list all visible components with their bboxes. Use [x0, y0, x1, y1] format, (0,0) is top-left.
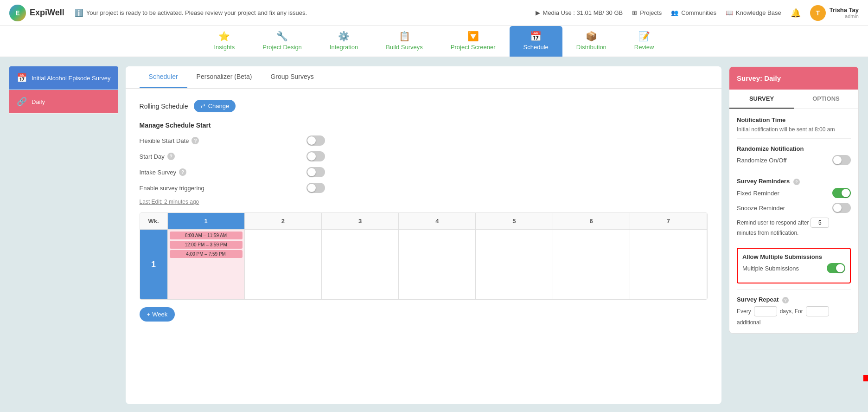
enable-triggering-toggle[interactable]	[306, 183, 325, 193]
sidebar-item-survey[interactable]: 📅 Initial Alcohol Episode Survey	[9, 66, 118, 90]
intake-survey-toggle[interactable]	[306, 167, 325, 177]
tab-insights[interactable]: ⭐ Insights	[200, 26, 249, 57]
user-role: admin	[845, 13, 859, 19]
last-edit-text: Last Edit: 2 minutes ago	[140, 199, 199, 205]
cal-cell-week3[interactable]	[322, 230, 399, 299]
avatar[interactable]: T	[810, 5, 826, 21]
right-panel-body: Notification Time Initial notification w…	[729, 109, 858, 333]
remind-minutes-input[interactable]	[811, 218, 829, 228]
sub-tab-personalizer[interactable]: Personalizer (Beta)	[187, 66, 262, 88]
tab-distribution[interactable]: 📦 Distribution	[562, 26, 620, 57]
survey-repeat-help-icon[interactable]: ?	[782, 296, 789, 303]
rolling-row: Rolling Schedule ⇄ Change	[140, 100, 708, 112]
projects-label: Projects	[640, 9, 662, 16]
remind-text-1: Remind user to respond after	[737, 219, 809, 226]
knowledge-base-link[interactable]: 📖 Knowledge Base	[726, 9, 781, 16]
toggle-start-day: Start Day ?	[140, 151, 325, 161]
main-panel: Scheduler Personalizer (Beta) Group Surv…	[126, 66, 721, 404]
cal-cell-week5[interactable]	[476, 230, 553, 299]
distribution-icon: 📦	[586, 31, 597, 42]
toggle-intake-survey: Intake Survey ?	[140, 167, 325, 177]
bell-icon[interactable]: 🔔	[791, 8, 801, 18]
snooze-reminder-toggle[interactable]	[832, 203, 851, 213]
enable-triggering-text: Enable survey triggering	[140, 185, 204, 192]
grid-icon: ⊞	[632, 9, 637, 16]
every-days-input[interactable]	[754, 306, 777, 316]
projects-link[interactable]: ⊞ Projects	[632, 9, 662, 16]
start-day-toggle[interactable]	[306, 151, 325, 161]
multiple-submissions-toggle[interactable]	[827, 263, 845, 273]
rp-tab-survey[interactable]: SURVEY	[729, 90, 794, 109]
change-btn-label: Change	[208, 103, 230, 109]
add-week-button[interactable]: + Week	[140, 307, 175, 322]
cal-cell-week1[interactable]: 8:00 AM – 11:59 AM 12:00 PM – 3:59 PM 4:…	[168, 230, 245, 299]
insights-icon: ⭐	[218, 31, 230, 42]
media-use-link[interactable]: ▶ Media Use : 31.01 MB/ 30 GB	[536, 9, 623, 16]
content-area: 📅 Initial Alcohol Episode Survey 🔗 Daily…	[0, 57, 868, 412]
divider-3	[737, 242, 851, 242]
time-block-3: 4:00 PM – 7:59 PM	[170, 250, 243, 258]
tab-integration[interactable]: ⚙️ Integration	[316, 26, 372, 57]
days-for-label: days, For	[780, 308, 803, 315]
cal-cell-week4[interactable]	[399, 230, 476, 299]
snooze-reminder-row: Snooze Reminder	[737, 203, 851, 213]
multiple-submissions-label: Multiple Submissions	[742, 265, 799, 272]
flexible-start-help-icon[interactable]: ?	[191, 137, 199, 144]
media-use-label: Media Use : 31.01 MB/ 30 GB	[543, 9, 623, 16]
randomize-title: Randomize Notification	[737, 145, 851, 152]
right-panel-header: Survey: Daily	[729, 67, 858, 90]
sub-tab-group-surveys[interactable]: Group Surveys	[261, 66, 323, 88]
rp-tab-options[interactable]: OPTIONS	[794, 90, 858, 109]
cal-cell-week6[interactable]	[553, 230, 630, 299]
cal-cell-week7[interactable]	[630, 230, 707, 299]
enable-triggering-label: Enable survey triggering	[140, 185, 204, 192]
flexible-start-toggle[interactable]	[306, 135, 325, 146]
notice-bar: ℹ️ Your project is ready to be activated…	[75, 9, 530, 17]
network-icon: 🔗	[17, 97, 27, 107]
right-panel-wrapper: Survey: Daily SURVEY OPTIONS Notificatio…	[729, 66, 859, 404]
tab-integration-label: Integration	[330, 44, 358, 51]
remind-row: Remind user to respond after minutes fro…	[737, 218, 851, 236]
communities-link[interactable]: 👥 Communities	[671, 9, 716, 16]
tab-schedule-label: Schedule	[523, 44, 549, 51]
communities-label: Communities	[681, 9, 716, 16]
rolling-label: Rolling Schedule	[140, 103, 188, 110]
arrow-body	[863, 375, 868, 381]
tab-project-screener[interactable]: 🔽 Project Screener	[437, 26, 510, 57]
randomize-toggle[interactable]	[832, 155, 851, 165]
people-icon: 👥	[671, 9, 678, 16]
change-button[interactable]: ⇄ Change	[194, 100, 236, 112]
fixed-reminder-toggle[interactable]	[832, 188, 851, 198]
calendar-icon: 📅	[17, 73, 27, 83]
integration-icon: ⚙️	[338, 31, 350, 42]
survey-repeat-row: Every days, For additional	[737, 306, 851, 326]
additional-days-input[interactable]	[806, 306, 829, 316]
arrow-container	[863, 373, 868, 384]
divider-4	[737, 289, 851, 290]
divider-1	[737, 138, 851, 139]
cal-cell-week2[interactable]	[245, 230, 322, 299]
time-block-2: 12:00 PM – 3:59 PM	[170, 241, 243, 249]
sub-tab-scheduler[interactable]: Scheduler	[140, 66, 187, 88]
user-info: Trisha Tay admin	[830, 6, 859, 19]
cal-header-1: 1	[168, 213, 245, 229]
review-icon: 📝	[638, 31, 650, 42]
intake-survey-help-icon[interactable]: ?	[179, 168, 186, 176]
sidebar-item-daily[interactable]: 🔗 Daily	[9, 90, 118, 114]
allow-multiple-section: Allow Multiple Submissions Multiple Subm…	[737, 248, 851, 283]
tab-review[interactable]: 📝 Review	[620, 26, 668, 57]
build-surveys-icon: 📋	[399, 31, 410, 42]
snooze-reminder-label: Snooze Reminder	[737, 205, 785, 212]
tab-build-surveys[interactable]: 📋 Build Surveys	[372, 26, 436, 57]
logo-area: E ExpiWell	[9, 5, 64, 21]
logo-text: ExpiWell	[30, 8, 64, 18]
schedule-icon: 📅	[530, 31, 542, 42]
sub-tab-group-surveys-label: Group Surveys	[270, 73, 313, 80]
daily-item-label: Daily	[32, 98, 45, 105]
tab-schedule[interactable]: 📅 Schedule	[510, 26, 562, 57]
intake-survey-label: Intake Survey ?	[140, 168, 187, 176]
toggle-enable-triggering: Enable survey triggering	[140, 183, 325, 193]
start-day-help-icon[interactable]: ?	[167, 153, 175, 160]
tab-project-design[interactable]: 🔧 Project Design	[249, 26, 316, 57]
reminders-help-icon[interactable]: ?	[793, 178, 800, 185]
